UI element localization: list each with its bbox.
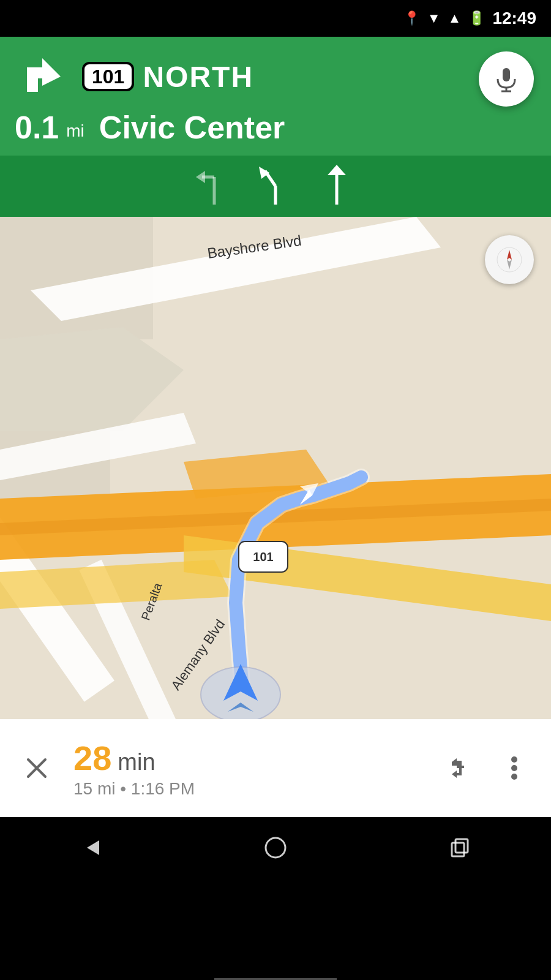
wifi-icon: ▼ [427,10,441,26]
lane-straight-icon [315,162,358,211]
svg-point-43 [266,838,285,858]
status-time: 12:49 [492,9,536,28]
map-svg: 101 Bayshore Blvd Alemany Blvd Peralta [0,217,551,719]
home-button[interactable] [257,829,294,866]
back-icon [80,835,104,860]
eta-details: 15 mi • 1:16 PM [73,779,429,799]
route-options-button[interactable] [441,750,478,786]
nav-header: 101 NORTH 0.1 mi Civic Center [0,37,551,156]
location-icon: 📍 [403,10,420,26]
nav-street: Civic Center [99,109,285,146]
nav-top-row: 101 NORTH [15,49,536,104]
turn-arrow-icon [15,49,70,104]
more-options-button[interactable] [496,750,533,786]
status-bar: 📍 ▼ ▲ 🔋 12:49 [0,0,551,37]
nav-distance: 0.1 [15,109,59,146]
eta-distance: 15 mi [73,779,115,798]
lane-slight-left-icon [254,162,297,211]
svg-rect-44 [452,843,464,856]
lane-left-turn-icon [193,162,236,211]
mic-button[interactable] [479,51,534,107]
signal-icon: ▲ [448,10,462,26]
map-area[interactable]: 101 Bayshore Blvd Alemany Blvd Peralta [0,217,551,719]
home-icon [263,835,288,860]
highway-shield: 101 [82,62,134,91]
svg-point-40 [511,765,517,771]
eta-minutes: 28 [73,738,111,778]
recents-icon [447,835,471,860]
bottom-bar: 28 min 15 mi • 1:16 PM [0,719,551,817]
more-options-icon [511,755,518,782]
svg-rect-45 [455,839,468,853]
compass-icon [496,246,523,273]
battery-icon: 🔋 [468,10,485,26]
lane-guidance [0,156,551,217]
svg-marker-5 [196,171,205,183]
nav-distance-unit: mi [66,121,84,141]
eta-time: 28 min [73,738,429,778]
android-nav-bar [0,817,551,878]
mic-icon [493,66,520,92]
svg-marker-10 [328,165,346,175]
close-icon [23,755,50,782]
highway-direction: NORTH [143,60,253,94]
eta-arrival: 1:16 PM [131,779,195,798]
svg-point-41 [511,774,517,780]
eta-min-label: min [118,749,155,775]
svg-text:101: 101 [253,550,273,564]
svg-point-39 [511,756,517,763]
bottom-actions [441,750,533,786]
nav-bottom-row: 0.1 mi Civic Center [15,109,536,156]
compass-button[interactable] [485,235,534,284]
recents-button[interactable] [441,829,478,866]
highway-badge: 101 NORTH [82,60,253,94]
route-options-icon [446,755,473,782]
eta-separator: • [120,779,131,798]
close-button[interactable] [18,750,55,786]
back-button[interactable] [73,829,110,866]
svg-marker-42 [87,840,99,855]
eta-section: 28 min 15 mi • 1:16 PM [67,738,429,799]
svg-rect-0 [503,68,510,81]
